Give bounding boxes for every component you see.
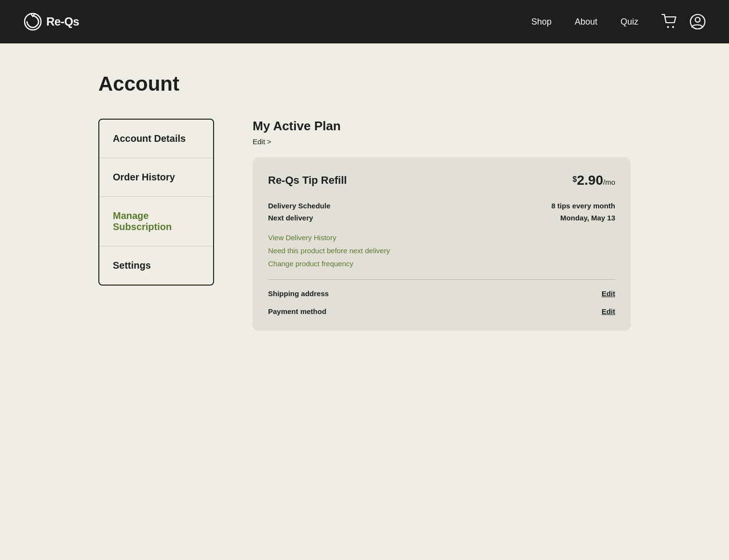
user-icon[interactable]: [689, 14, 706, 30]
price: $2.90/mo: [573, 173, 615, 188]
shipping-address-row: Shipping address Edit: [268, 289, 615, 298]
svg-point-1: [667, 26, 669, 28]
page-title: Account: [98, 72, 631, 96]
price-period: /mo: [603, 178, 615, 186]
card-divider: [268, 279, 615, 280]
header-icons: [662, 14, 706, 30]
delivery-schedule-row: Delivery Schedule 8 tips every month: [268, 202, 615, 210]
billing-section: Shipping address Edit Payment method Edi…: [268, 289, 615, 315]
payment-method-label: Payment method: [268, 307, 326, 315]
logo-text: Re-Qs: [46, 15, 79, 28]
active-plan-edit-link[interactable]: Edit >: [253, 137, 271, 146]
sidebar-item-order-history[interactable]: Order History: [99, 158, 213, 197]
logo-icon: [23, 12, 42, 31]
edit-chevron: >: [267, 137, 271, 146]
sidebar-item-account-details[interactable]: Account Details: [99, 120, 213, 158]
section-title: My Active Plan: [253, 119, 631, 134]
svg-point-2: [672, 26, 674, 28]
nav-quiz[interactable]: Quiz: [621, 17, 638, 27]
nav-about[interactable]: About: [575, 17, 597, 27]
shipping-address-edit[interactable]: Edit: [602, 289, 615, 298]
logo[interactable]: Re-Qs: [23, 12, 531, 31]
delivery-info: Delivery Schedule 8 tips every month Nex…: [268, 202, 615, 222]
need-product-early-link[interactable]: Need this product before next delivery: [268, 246, 615, 255]
delivery-schedule-label: Delivery Schedule: [268, 202, 330, 210]
shipping-address-label: Shipping address: [268, 289, 329, 298]
next-delivery-row: Next delivery Monday, May 13: [268, 214, 615, 222]
product-name: Re-Qs Tip Refill: [268, 174, 347, 187]
cart-icon[interactable]: [662, 14, 678, 29]
subscription-card: Re-Qs Tip Refill $2.90/mo Delivery Sched…: [253, 157, 631, 331]
sidebar-item-settings[interactable]: Settings: [99, 246, 213, 285]
price-amount: 2.90: [577, 173, 603, 188]
next-delivery-value: Monday, May 13: [560, 214, 615, 222]
view-delivery-history-link[interactable]: View Delivery History: [268, 233, 615, 242]
content-layout: Account Details Order History Manage Sub…: [98, 119, 631, 331]
edit-label: Edit: [253, 137, 265, 146]
sidebar-item-manage-subscription[interactable]: Manage Subscription: [99, 197, 213, 246]
change-frequency-link[interactable]: Change product frequency: [268, 260, 615, 268]
card-header: Re-Qs Tip Refill $2.90/mo: [268, 173, 615, 188]
sidebar: Account Details Order History Manage Sub…: [98, 119, 214, 286]
card-links: View Delivery History Need this product …: [268, 233, 615, 268]
payment-method-edit[interactable]: Edit: [602, 307, 615, 315]
nav-shop[interactable]: Shop: [531, 17, 552, 27]
svg-point-4: [695, 17, 700, 22]
next-delivery-label: Next delivery: [268, 214, 313, 222]
main-nav: Shop About Quiz: [531, 17, 638, 27]
delivery-schedule-value: 8 tips every month: [551, 202, 615, 210]
main-panel: My Active Plan Edit > Re-Qs Tip Refill $…: [253, 119, 631, 331]
payment-method-row: Payment method Edit: [268, 307, 615, 315]
